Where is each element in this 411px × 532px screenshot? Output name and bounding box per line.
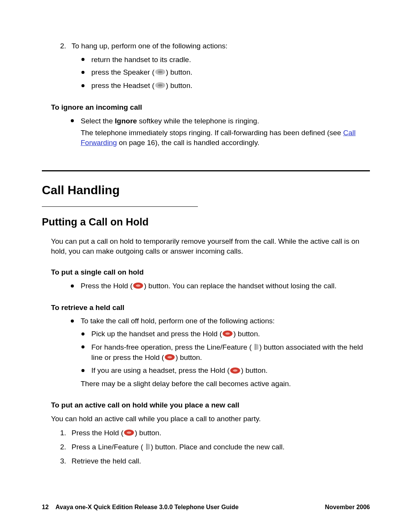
retrieve-headset-bullet: If you are using a headset, press the Ho… [81,366,370,376]
ignore-bullet: Select the Ignore softkey while the tele… [71,116,370,148]
newcall-step-2: 2. Press a Line/Feature () button. Place… [60,442,370,452]
hold-button-icon [230,366,240,376]
retrieve-handsfree-bullet: For hands-free operation, press the Line… [81,342,370,363]
hold-button-icon [165,353,175,363]
hold-intro: You can put a call on hold to temporaril… [51,236,370,256]
speaker-button-icon [155,68,165,78]
step-marker: 2. [60,41,72,51]
page-footer: 12 Avaya one-X Quick Edition Release 3.0… [42,503,370,511]
retrieve-heading: To retrieve a held call [51,303,370,313]
subsection-divider [42,206,198,207]
hold-button-icon [124,428,134,438]
newcall-heading: To put an active call on hold while you … [51,400,370,410]
step-2: 2. To hang up, perform one of the follow… [60,41,370,51]
putting-call-on-hold-heading: Putting a Call on Hold [42,215,370,229]
single-hold-heading: To put a single call on hold [51,267,370,277]
page-number: 12 [42,503,49,511]
hangup-bullet-headset: press the Headset () button. [81,81,370,91]
retrieve-lead-bullet: To take the call off hold, perform one o… [71,316,370,326]
call-handling-heading: Call Handling [42,182,370,198]
line-feature-button-icon [252,343,258,353]
headset-button-icon [155,81,165,91]
newcall-step-3: 3. Retrieve the held call. [60,456,370,466]
hold-button-icon [133,281,143,291]
ignore-heading: To ignore an incoming call [51,102,370,112]
retrieve-tail: There may be a slight delay before the c… [81,379,370,389]
ignore-followup: The telephone immediately stops ringing.… [81,128,370,147]
hangup-bullet-speaker: press the Speaker () button. [81,67,370,78]
hold-button-icon [223,329,233,339]
section-divider [42,170,370,171]
newcall-intro: You can hold an active call while you pl… [51,414,370,424]
footer-date: November 2006 [325,503,370,511]
retrieve-handset-bullet: Pick up the handset and press the Hold (… [81,329,370,339]
footer-title: Avaya one-X Quick Edition Release 3.0.0 … [56,503,239,511]
page-content: 2. To hang up, perform one of the follow… [42,41,370,470]
newcall-step-1: 1. Press the Hold () button. [60,428,370,438]
step-text: To hang up, perform one of the following… [72,41,228,51]
hangup-bullet-cradle: return the handset to its cradle. [81,55,370,65]
line-feature-button-icon [144,443,150,452]
single-hold-bullet: Press the Hold () button. You can replac… [71,281,370,291]
